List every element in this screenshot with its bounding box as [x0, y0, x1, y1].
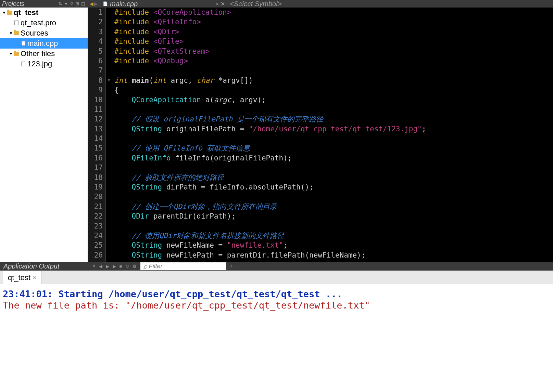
prev-icon[interactable]: ◀: [98, 264, 103, 269]
code-line[interactable]: [114, 163, 553, 172]
output-line: The new file path is: "/home/user/qt_cpp…: [3, 300, 550, 311]
editor-tab[interactable]: 📄 main.cpp: [100, 0, 140, 8]
output-title: Application Output: [0, 262, 92, 270]
code-line[interactable]: // 使用 QFileInfo 获取文件信息: [114, 143, 553, 153]
tree-item-label: main.cpp: [27, 39, 58, 48]
code-line[interactable]: #include <QDir>: [114, 27, 553, 37]
sidebar-title: Projects: [2, 0, 24, 8]
tree-expand-icon[interactable]: ▼: [1, 10, 7, 15]
symbol-selector[interactable]: <Select Symbol>: [227, 0, 553, 8]
zoom-out-icon[interactable]: −: [235, 263, 241, 269]
settings-icon[interactable]: ⚙: [131, 264, 138, 269]
tree-item[interactable]: 123.jpg: [0, 59, 88, 69]
code-line[interactable]: [114, 192, 553, 201]
tree-item-label: Other files: [21, 49, 55, 58]
nav-back-icon[interactable]: ◀: [90, 1, 93, 6]
tool-icon[interactable]: ≡: [92, 264, 97, 269]
filter-icon[interactable]: ▼: [63, 1, 69, 6]
project-tree[interactable]: ▼qt_testqt_test.pro▼Sourcesmain.cpp▼Othe…: [0, 8, 88, 262]
code-line[interactable]: QString dirPath = fileInfo.absolutePath(…: [114, 182, 553, 192]
line-number: 5: [89, 47, 103, 56]
tree-item[interactable]: ▼Other files: [0, 49, 88, 59]
fold-marker-icon: [106, 27, 112, 37]
line-number-gutter: 1234567891011121314151617181920212223242…: [88, 8, 106, 262]
expand-icon[interactable]: ⊞: [75, 1, 80, 6]
fold-marker-icon: [106, 153, 112, 163]
fold-marker-icon: [106, 163, 112, 172]
output-content[interactable]: 23:41:01: Starting /home/user/qt_cpp_tes…: [0, 284, 553, 392]
code-line[interactable]: #include <QTextStream>: [114, 47, 553, 56]
fold-marker-icon: [106, 134, 112, 143]
code-line[interactable]: // 使用QDir对象和新文件名拼接新的文件路径: [114, 231, 553, 240]
link-icon[interactable]: ⊘: [70, 1, 74, 6]
layout-icon[interactable]: ◫: [80, 1, 86, 6]
fold-marker-icon: [106, 221, 112, 231]
code-line[interactable]: // 假设 originalFilePath 是一个现有文件的完整路径: [114, 114, 553, 124]
code-line[interactable]: [114, 66, 553, 75]
code-line[interactable]: {: [114, 85, 553, 95]
code-line[interactable]: [114, 221, 553, 231]
fold-marker-icon: [106, 250, 112, 260]
output-tab[interactable]: qt_test ✕: [3, 271, 42, 284]
line-number: 8: [89, 76, 103, 85]
project-sidebar: Projects ⇅ ▼ ⊘ ⊞ ◫ ▼qt_testqt_test.pro▼S…: [0, 0, 88, 262]
fold-marker-icon: [106, 143, 112, 153]
fold-marker-icon: [106, 114, 112, 124]
code-line[interactable]: #include <QFile>: [114, 37, 553, 46]
code-line[interactable]: QCoreApplication a(argc, argv);: [114, 95, 553, 105]
fold-gutter[interactable]: ▼: [106, 8, 112, 262]
line-number: 10: [89, 95, 103, 105]
code-line[interactable]: QFileInfo fileInfo(originalFilePath);: [114, 153, 553, 163]
tree-item[interactable]: qt_test.pro: [0, 18, 88, 28]
code-line[interactable]: [114, 105, 553, 114]
filter-input[interactable]: [149, 263, 223, 270]
next-icon[interactable]: ▶: [105, 264, 110, 269]
code-content[interactable]: #include <QCoreApplication>#include <QFi…: [112, 8, 553, 262]
line-number: 9: [89, 85, 103, 95]
line-number: 26: [89, 250, 103, 260]
tab-dropdown-icon[interactable]: ⇅: [216, 2, 218, 6]
line-number: 1: [89, 8, 103, 17]
code-editor[interactable]: 1234567891011121314151617181920212223242…: [88, 8, 553, 262]
tree-expand-icon[interactable]: ▼: [8, 31, 14, 36]
fold-marker-icon[interactable]: ▼: [106, 76, 112, 85]
stop-icon[interactable]: ■: [118, 264, 123, 269]
code-line[interactable]: #include <QCoreApplication>: [114, 8, 553, 17]
folder-icon: [7, 10, 12, 15]
restart-icon[interactable]: ↻: [124, 264, 130, 269]
code-line[interactable]: // 创建一个QDir对象，指向文件所在的目录: [114, 202, 553, 211]
line-number: 19: [89, 182, 103, 192]
tree-item-label: 123.jpg: [27, 60, 52, 68]
tree-item[interactable]: main.cpp: [0, 38, 88, 49]
line-number: 25: [89, 240, 103, 250]
sort-icon[interactable]: ⇅: [58, 1, 63, 6]
sidebar-header: Projects ⇅ ▼ ⊘ ⊞ ◫: [0, 0, 88, 8]
zoom-in-icon[interactable]: +: [228, 263, 234, 269]
code-line[interactable]: QString originalFilePath = "/home/user/q…: [114, 124, 553, 134]
run-icon[interactable]: ▶: [112, 264, 117, 269]
output-tab-close-icon[interactable]: ✕: [33, 275, 37, 280]
line-number: 23: [89, 221, 103, 231]
tree-item-label: Sources: [21, 29, 48, 38]
line-number: 14: [89, 134, 103, 143]
tree-expand-icon[interactable]: ▼: [8, 51, 14, 56]
code-line[interactable]: #include <QFileInfo>: [114, 17, 553, 27]
code-line[interactable]: QString newFileName = "newfile.txt";: [114, 240, 553, 250]
code-line[interactable]: QDir parentDir(dirPath);: [114, 211, 553, 221]
fold-marker-icon: [106, 173, 112, 182]
filter-box[interactable]: ⌕: [140, 262, 226, 270]
fold-marker-icon: [106, 202, 112, 211]
tab-close-icon[interactable]: ✕: [218, 1, 227, 7]
code-line[interactable]: int main(int argc, char *argv[]): [114, 76, 553, 85]
line-number: 2: [89, 17, 103, 27]
code-line[interactable]: QString newFilePath = parentDir.filePath…: [114, 250, 553, 260]
code-line[interactable]: [114, 134, 553, 143]
tree-item[interactable]: ▼Sources: [0, 28, 88, 38]
nav-forward-icon[interactable]: ▶: [94, 1, 98, 6]
code-line[interactable]: // 获取文件所在的绝对路径: [114, 173, 553, 182]
fold-marker-icon: [106, 37, 112, 46]
editor-area: ◀ ▶ 📄 main.cpp ⇅ ✕ <Select Symbol> 12345…: [88, 0, 553, 262]
code-line[interactable]: #include <QDebug>: [114, 56, 553, 66]
fold-marker-icon: [106, 105, 112, 114]
tree-item[interactable]: ▼qt_test: [0, 8, 88, 18]
